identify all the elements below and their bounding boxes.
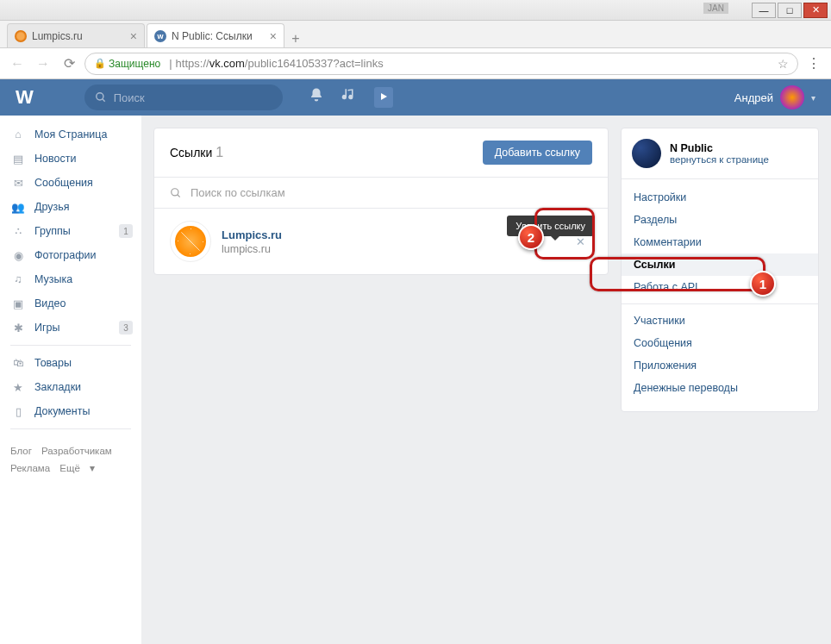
video-icon: ▣ [10, 296, 26, 311]
reload-button[interactable]: ⟳ [59, 53, 79, 74]
sidebar-item-video[interactable]: ▣Видео [0, 291, 141, 316]
sidebar-item-news[interactable]: ▤Новости [0, 147, 141, 171]
left-sidebar: ⌂Моя Страница ▤Новости ✉Сообщения 👥Друзь… [0, 116, 141, 644]
sidebar-divider [10, 345, 131, 346]
footer-blog-link[interactable]: Блог [10, 446, 32, 456]
svg-point-0 [97, 93, 103, 100]
url-input[interactable]: Защищено | https://vk.com/public16410533… [84, 53, 798, 75]
sidebar-item-games[interactable]: ✱Игры3 [0, 316, 141, 340]
link-avatar[interactable] [170, 221, 211, 262]
links-card: Ссылки 1 Добавить ссылку Поиск по ссылка… [153, 128, 609, 275]
svg-line-1 [103, 99, 105, 102]
sidebar-item-groups[interactable]: ⛬Группы1 [0, 219, 141, 243]
links-count: 1 [216, 145, 223, 160]
address-bar: ← → ⟳ Защищено | https://vk.com/public16… [0, 48, 831, 79]
sidebar-item-friends[interactable]: 👥Друзья [0, 195, 141, 219]
sidebar-item-my-page[interactable]: ⌂Моя Страница [0, 122, 141, 147]
footer-more-link[interactable]: Ещё ▾ [59, 463, 102, 473]
sidebar-item-bookmarks[interactable]: ★Закладки [0, 375, 141, 399]
sidebar-divider [10, 428, 131, 429]
sidebar-badge: 1 [119, 224, 133, 238]
svg-line-3 [178, 194, 180, 197]
side-menu-divider [622, 303, 818, 304]
play-icon[interactable] [374, 87, 393, 108]
sm-transfers[interactable]: Денежные переводы [622, 377, 818, 399]
sidebar-item-market[interactable]: 🛍Товары [0, 351, 141, 375]
news-icon: ▤ [10, 151, 26, 166]
sidebar-label: Игры [34, 322, 59, 334]
orange-icon [175, 226, 206, 257]
link-row: Lumpics.ru lumpics.ru Удалить ссылку ✕ [154, 209, 608, 274]
sidebar-badge: 3 [119, 321, 133, 335]
sm-messages[interactable]: Сообщения [622, 332, 818, 354]
bag-icon: 🛍 [10, 355, 26, 371]
user-menu[interactable]: Андрей ▾ [734, 85, 815, 109]
sm-members[interactable]: Участники [622, 309, 818, 332]
window-minimize-button[interactable]: — [752, 3, 776, 18]
browser-menu-button[interactable]: ⋮ [803, 55, 824, 72]
search-icon [95, 91, 107, 103]
user-name: Андрей [734, 91, 773, 104]
vk-header: W Поиск Андрей ▾ [0, 79, 831, 116]
sidebar-item-messages[interactable]: ✉Сообщения [0, 171, 141, 195]
footer-dev-link[interactable]: Разработчикам [41, 446, 112, 456]
tab-close-icon[interactable]: × [130, 29, 137, 43]
notifications-icon[interactable] [309, 87, 324, 108]
footer-ads-link[interactable]: Реклама [10, 463, 50, 473]
sidebar-label: Музыка [34, 273, 72, 285]
chevron-down-icon: ▾ [90, 463, 95, 473]
music-icon[interactable] [341, 87, 357, 108]
browser-tab-lumpics[interactable]: Lumpics.ru × [7, 23, 145, 47]
url-text: https://vk.com/public164105337?act=links [176, 57, 384, 70]
sidebar-item-photos[interactable]: ◉Фотографии [0, 243, 141, 267]
page-title: Ссылки [170, 146, 212, 159]
back-to-page-link[interactable]: вернуться к странице [670, 154, 769, 165]
browser-tab-vk[interactable]: w N Public: Ссылки × [147, 23, 284, 47]
home-icon: ⌂ [10, 127, 26, 142]
sm-api[interactable]: Работа с API [622, 276, 818, 298]
sm-links[interactable]: Ссылки [622, 253, 818, 276]
link-name[interactable]: Lumpics.ru [222, 228, 282, 241]
sm-comments[interactable]: Комментарии [622, 231, 818, 253]
card-header: Ссылки 1 Добавить ссылку [154, 128, 608, 178]
sm-apps[interactable]: Приложения [622, 354, 818, 377]
back-button[interactable]: ← [7, 53, 28, 74]
window-titlebar: JAN — □ ✕ [0, 0, 831, 21]
sidebar-label: Фотографии [34, 249, 96, 261]
url-separator: | [169, 57, 172, 70]
sidebar-label: Документы [34, 405, 90, 417]
document-icon: ▯ [10, 403, 26, 419]
chevron-down-icon: ▾ [811, 93, 815, 103]
group-avatar[interactable] [632, 139, 661, 168]
star-icon: ★ [10, 379, 26, 395]
tab-close-icon[interactable]: × [270, 29, 277, 43]
sidebar-item-music[interactable]: ♫Музыка [0, 267, 141, 291]
browser-tab-strip: Lumpics.ru × w N Public: Ссылки × + [0, 21, 831, 48]
search-placeholder: Поиск [114, 91, 145, 104]
group-title: N Public [670, 142, 769, 154]
sidebar-label: Видео [34, 297, 66, 309]
delete-link-button[interactable]: ✕ [576, 235, 585, 248]
sidebar-label: Моя Страница [34, 128, 107, 141]
favicon-vk-icon: w [154, 30, 166, 42]
links-search-input[interactable]: Поиск по ссылкам [154, 178, 608, 209]
search-input[interactable]: Поиск [84, 84, 283, 110]
sidebar-label: Друзья [34, 201, 70, 213]
sidebar-footer: Блог Разработчикам Реклама Ещё ▾ [0, 435, 141, 485]
bookmark-star-icon[interactable]: ☆ [778, 57, 789, 71]
add-link-button[interactable]: Добавить ссылку [483, 141, 592, 165]
search-placeholder: Поиск по ссылкам [191, 186, 285, 199]
tab-title: Lumpics.ru [32, 30, 83, 42]
vk-logo[interactable]: W [16, 86, 33, 109]
sm-settings[interactable]: Настройки [622, 186, 818, 209]
forward-button[interactable]: → [33, 53, 53, 74]
page-body: ⌂Моя Страница ▤Новости ✉Сообщения 👥Друзь… [0, 116, 831, 644]
window-close-button[interactable]: ✕ [803, 3, 828, 18]
new-tab-button[interactable]: + [286, 30, 305, 47]
window-maximize-button[interactable]: □ [778, 3, 802, 18]
side-header: N Public вернуться к странице [622, 128, 818, 179]
sidebar-item-docs[interactable]: ▯Документы [0, 399, 141, 423]
favicon-orange-icon [15, 30, 27, 42]
sm-sections[interactable]: Разделы [622, 209, 818, 231]
link-url: lumpics.ru [222, 243, 282, 255]
